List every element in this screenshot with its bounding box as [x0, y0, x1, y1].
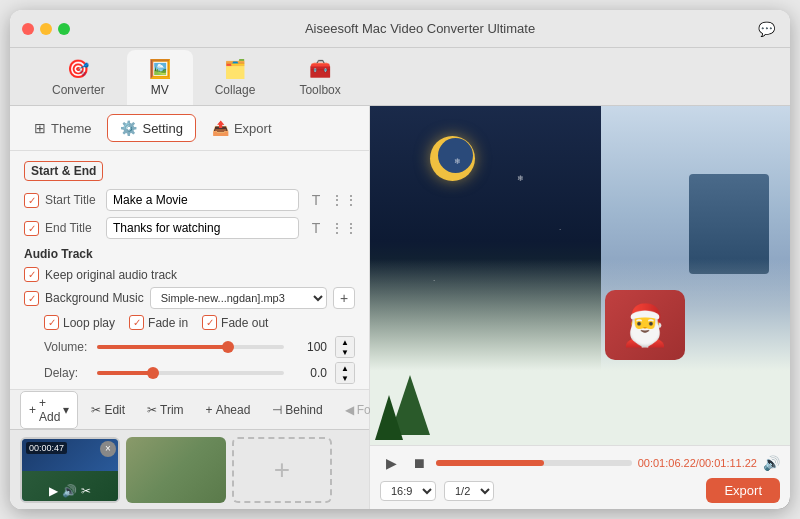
ahead-button[interactable]: + Ahead [197, 398, 260, 422]
santa-graphic: 🎅 [605, 290, 685, 360]
tab-converter-label: Converter [52, 83, 105, 97]
tab-mv[interactable]: 🖼️ MV [127, 50, 193, 105]
delay-slider[interactable] [97, 371, 284, 375]
titlebar: Aiseesoft Mac Video Converter Ultimate 💬 [10, 10, 790, 48]
audio-section: Audio Track Keep original audio track Ba… [24, 247, 355, 384]
total-time: 00:01:11.22 [699, 457, 757, 469]
start-title-drag-icon: ⋮⋮ [333, 189, 355, 211]
volume-value: 100 [292, 340, 327, 354]
volume-label: Volume: [44, 340, 89, 354]
quality-select[interactable]: 1/2 [444, 481, 494, 501]
delay-label: Delay: [44, 366, 89, 380]
start-title-text-icon[interactable]: T [305, 189, 327, 211]
volume-down-button[interactable]: ▼ [336, 347, 354, 357]
sub-tab-theme[interactable]: ⊞ Theme [22, 115, 103, 141]
add-clip-button[interactable]: + [232, 437, 332, 503]
tab-converter[interactable]: 🎯 Converter [30, 50, 127, 105]
sub-tab-export[interactable]: 📤 Export [200, 115, 284, 141]
progress-fill [436, 460, 544, 466]
fade-out-checkbox[interactable] [202, 315, 217, 330]
loop-play-checkbox[interactable] [44, 315, 59, 330]
mv-icon: 🖼️ [149, 58, 171, 80]
keep-original-row: Keep original audio track [24, 267, 355, 282]
trim-icon: ✂ [147, 403, 157, 417]
fade-in-checkbox[interactable] [129, 315, 144, 330]
edit-button[interactable]: ✂ Edit [82, 398, 134, 422]
add-button[interactable]: + + Add ▾ [20, 391, 78, 429]
aspect-ratio-select[interactable]: 16:9 [380, 481, 436, 501]
tab-collage[interactable]: 🗂️ Collage [193, 50, 278, 105]
end-title-checkbox[interactable] [24, 221, 39, 236]
minimize-button[interactable] [40, 23, 52, 35]
volume-slider[interactable] [97, 345, 284, 349]
audio-icon: 🔊 [62, 484, 77, 498]
play-button[interactable]: ▶ [380, 452, 402, 474]
keep-original-checkbox[interactable] [24, 267, 39, 282]
sub-tab-setting[interactable]: ⚙️ Setting [107, 114, 195, 142]
trim-button[interactable]: ✂ Trim [138, 398, 193, 422]
tab-mv-label: MV [151, 83, 169, 97]
clip-strip: 00:00:47 × ▶ 🔊 ✂ + [10, 429, 369, 509]
moon-graphic [430, 136, 475, 181]
fade-in-option: Fade in [129, 315, 188, 330]
time-display: 00:01:06.22/00:01:11.22 [638, 457, 757, 469]
playback-options-row: Loop play Fade in Fade out [44, 315, 355, 330]
delay-up-button[interactable]: ▲ [336, 363, 354, 373]
export-button[interactable]: Export [706, 478, 780, 503]
scissors-icon[interactable]: ✂ [81, 484, 91, 498]
volume-up-button[interactable]: ▲ [336, 337, 354, 347]
forward-icon: ◀ [345, 403, 354, 417]
delay-row: Delay: 0.0 ▲ ▼ [44, 362, 355, 384]
right-panel: ❄ ❄ ❄ · · ❄ 🎅 [370, 106, 790, 509]
traffic-lights [22, 23, 70, 35]
clip-thumbnail-1[interactable] [126, 437, 226, 503]
delay-value: 0.0 [292, 366, 327, 380]
current-time: 00:01:06.22 [638, 457, 696, 469]
music-select[interactable]: Simple-new...ngdan].mp3 [150, 287, 327, 309]
snowflake: · [559, 225, 561, 234]
end-title-drag-icon: ⋮⋮ [333, 217, 355, 239]
tab-toolbox[interactable]: 🧰 Toolbox [277, 50, 362, 105]
toolbox-icon: 🧰 [309, 58, 331, 80]
add-music-button[interactable]: + [333, 287, 355, 309]
end-title-input[interactable] [106, 217, 299, 239]
delay-fill [97, 371, 153, 375]
behind-button[interactable]: ⊣ Behind [263, 398, 331, 422]
chat-icon[interactable]: 💬 [754, 17, 778, 41]
end-title-label: End Title [45, 221, 100, 235]
delay-thumb[interactable] [147, 367, 159, 379]
volume-stepper[interactable]: ▲ ▼ [335, 336, 355, 358]
audio-section-label: Audio Track [24, 247, 355, 261]
play-icon[interactable]: ▶ [49, 484, 58, 498]
start-title-label: Start Title [45, 193, 100, 207]
start-title-input[interactable] [106, 189, 299, 211]
delay-stepper[interactable]: ▲ ▼ [335, 362, 355, 384]
fade-out-option: Fade out [202, 315, 268, 330]
start-title-checkbox[interactable] [24, 193, 39, 208]
start-title-row: Start Title T ⋮⋮ [24, 189, 355, 211]
maximize-button[interactable] [58, 23, 70, 35]
background-music-checkbox[interactable] [24, 291, 39, 306]
settings-panel: Start & End Start Title T ⋮⋮ End Title T… [10, 151, 369, 389]
close-button[interactable] [22, 23, 34, 35]
fade-out-label: Fade out [221, 316, 268, 330]
bottom-toolbar: + + Add ▾ ✂ Edit ✂ Trim + Ahead ⊣ [10, 389, 369, 429]
clip-thumbnail-0[interactable]: 00:00:47 × ▶ 🔊 ✂ [20, 437, 120, 503]
add-dropdown-icon[interactable]: ▾ [63, 403, 69, 417]
edit-label: Edit [104, 403, 125, 417]
stop-button[interactable]: ⏹ [408, 452, 430, 474]
left-panel: ⊞ Theme ⚙️ Setting 📤 Export Start & End [10, 106, 370, 509]
end-title-text-icon[interactable]: T [305, 217, 327, 239]
volume-icon[interactable]: 🔊 [763, 455, 780, 471]
loop-play-label: Loop play [63, 316, 115, 330]
theme-icon: ⊞ [34, 120, 46, 136]
view-controls: 16:9 1/2 Export [380, 478, 780, 503]
progress-bar[interactable] [436, 460, 632, 466]
clip-close-0[interactable]: × [100, 441, 116, 457]
export-tab-icon: 📤 [212, 120, 229, 136]
volume-thumb[interactable] [222, 341, 234, 353]
delay-down-button[interactable]: ▼ [336, 373, 354, 383]
tab-collage-label: Collage [215, 83, 256, 97]
ahead-icon: + [206, 403, 213, 417]
start-end-header: Start & End [24, 161, 103, 181]
